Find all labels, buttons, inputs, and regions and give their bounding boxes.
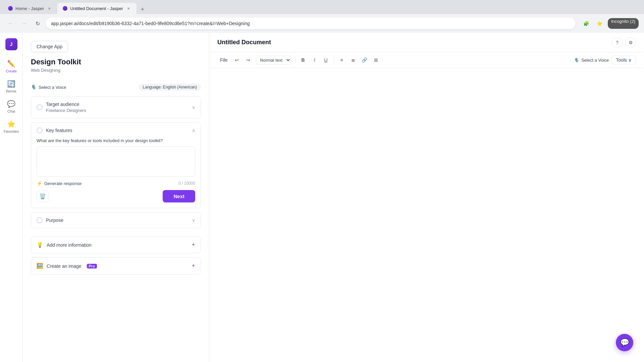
change-app-button[interactable]: Change App [31, 41, 68, 52]
toolbar-separator-1 [295, 57, 296, 63]
sidebar-item-create[interactable]: ✏️ Create [1, 57, 21, 76]
left-panel: Change App Design Toolkit Web Designing … [23, 33, 209, 362]
char-count: 0 / 10000 [178, 181, 195, 186]
key-features-question: What are the key features or tools inclu… [37, 138, 195, 143]
add-info-icon: 💡 [37, 242, 43, 248]
sidebar-item-remix[interactable]: 🔄 Remix [1, 77, 21, 96]
sidebar-item-favorites[interactable]: ⭐ Favorites [1, 117, 21, 136]
select-voice-button[interactable]: 🎙️ Select a Voice [31, 84, 66, 90]
document-title: Untitled Document [217, 39, 609, 46]
toolkit-subtitle: Web Designing [31, 68, 201, 73]
tab-bar: Home - Jasper ✕ Untitled Document - Jasp… [0, 0, 644, 14]
address-bar[interactable] [46, 17, 576, 29]
new-tab-button[interactable]: + [138, 5, 147, 14]
italic-button[interactable]: I [310, 55, 320, 65]
purpose-header-left: Purpose [37, 217, 63, 223]
sidebar-item-label-create: Create [6, 69, 17, 73]
target-audience-circle [37, 104, 43, 110]
target-audience-chevron: ∨ [192, 105, 195, 110]
app-container: J ✏️ Create 🔄 Remix 💬 Chat ⭐ Favorites C… [0, 33, 644, 362]
sidebar-item-label-remix: Remix [6, 89, 16, 93]
purpose-accordion: Purpose ∨ [31, 212, 201, 228]
accordion-header-left: Target audience Freelance Designers [37, 101, 86, 113]
bold-button[interactable]: B [298, 55, 308, 65]
language-badge[interactable]: Language: English (American) [139, 83, 201, 91]
sidebar-item-label-favorites: Favorites [4, 129, 19, 133]
undo-button[interactable]: ↩ [232, 55, 242, 65]
numbered-list-button[interactable]: ≣ [348, 55, 358, 65]
bookmark-icon[interactable]: ⭐ [594, 18, 605, 29]
form-area: 🎙️ Select a Voice Language: English (Ame… [23, 78, 209, 284]
sidebar-item-chat[interactable]: 💬 Chat [1, 97, 21, 116]
purpose-header[interactable]: Purpose ∨ [31, 213, 201, 228]
add-info-plus-icon: + [192, 241, 195, 248]
tab-home[interactable]: Home - Jasper ✕ [3, 3, 57, 14]
redo-button[interactable]: ↪ [243, 55, 253, 65]
key-features-accordion: Key features ∧ What are the key features… [31, 122, 201, 208]
file-menu-button[interactable]: File [217, 56, 230, 64]
create-image-left: 🖼️ Create an image Pro [37, 263, 97, 269]
chat-fab-button[interactable]: 💬 [616, 334, 633, 351]
chat-fab-icon: 💬 [620, 338, 629, 347]
add-info-left: 💡 Add more information [37, 242, 92, 248]
incognito-badge: Incognito (2) [608, 18, 639, 29]
nav-bar: ← → ↻ 🧩 ⭐ Incognito (2) [0, 14, 644, 33]
help-icon[interactable]: ? [612, 37, 623, 48]
sidebar-item-label-chat: Chat [7, 109, 15, 113]
editor-header: Untitled Document ? ⚙ [209, 33, 644, 52]
key-features-body: What are the key features or tools inclu… [31, 138, 201, 208]
nav-icons: 🧩 ⭐ Incognito (2) [581, 18, 639, 29]
tab-doc-label: Untitled Document - Jasper [70, 6, 123, 11]
tools-chevron-icon: ∨ [628, 57, 632, 63]
text-format-select[interactable]: Normal text [256, 56, 291, 65]
key-features-textarea[interactable] [37, 146, 195, 177]
bullet-list-button[interactable]: ≡ [337, 55, 347, 65]
tab-home-label: Home - Jasper [15, 6, 44, 11]
purpose-chevron: ∨ [192, 218, 195, 223]
tab-close-home[interactable]: ✕ [47, 6, 52, 11]
editor-select-voice-button[interactable]: 🎙️ Select a Voice [574, 58, 609, 63]
create-image-section[interactable]: 🖼️ Create an image Pro + [31, 257, 201, 275]
extensions-icon[interactable]: 🧩 [581, 18, 592, 29]
purpose-circle [37, 217, 43, 223]
add-more-information-text: Add more information [47, 242, 92, 248]
target-audience-header[interactable]: Target audience Freelance Designers ∨ [31, 97, 201, 118]
chat-icon: 💬 [7, 100, 15, 108]
generate-icon: ⚡ [37, 181, 42, 186]
image-insert-button[interactable]: ⊞ [371, 55, 381, 65]
editor-toolbar: File ↩ ↪ Normal text B I U ≡ ≣ 🔗 ⊞ 🎙️ Se… [209, 52, 644, 68]
generate-response-button[interactable]: ⚡ Generate response [37, 181, 82, 186]
trash-button[interactable]: 🗑️ [37, 190, 49, 202]
remix-icon: 🔄 [7, 80, 15, 88]
button-row: 🗑️ Next [37, 190, 195, 202]
target-audience-accordion: Target audience Freelance Designers ∨ [31, 96, 201, 118]
next-button[interactable]: Next [163, 190, 195, 202]
left-panel-header: Change App Design Toolkit Web Designing [23, 33, 209, 78]
right-panel: Untitled Document ? ⚙ File ↩ ↪ Normal te… [209, 33, 644, 362]
create-image-icon: 🖼️ [37, 263, 43, 269]
refresh-button[interactable]: ↻ [32, 18, 43, 29]
favorites-icon: ⭐ [7, 120, 15, 128]
voice-language-row: 🎙️ Select a Voice Language: English (Ame… [31, 83, 201, 91]
editor-right-tools: 🎙️ Select a Voice Tools ∨ [574, 56, 636, 64]
underline-button[interactable]: U [321, 55, 331, 65]
editor-body[interactable] [209, 68, 644, 362]
field-footer: ⚡ Generate response 0 / 10000 [37, 181, 195, 186]
tab-favicon-doc [63, 6, 67, 11]
forward-button[interactable]: → [19, 18, 30, 29]
toolbar-separator-2 [334, 57, 334, 63]
tab-close-doc[interactable]: ✕ [126, 6, 131, 11]
settings-icon[interactable]: ⚙ [625, 37, 636, 48]
key-features-header-left: Key features [37, 127, 72, 133]
jasper-logo: J [5, 38, 17, 50]
create-icon: ✏️ [7, 60, 15, 68]
tab-favicon-home [8, 6, 13, 11]
voice-icon: 🎙️ [31, 84, 37, 90]
tab-doc[interactable]: Untitled Document - Jasper ✕ [57, 3, 137, 14]
add-more-information-section[interactable]: 💡 Add more information + [31, 236, 201, 253]
tools-button[interactable]: Tools ∨ [611, 56, 636, 64]
link-button[interactable]: 🔗 [360, 55, 370, 65]
back-button[interactable]: ← [5, 18, 16, 29]
key-features-chevron: ∧ [192, 128, 195, 133]
key-features-header[interactable]: Key features ∧ [31, 123, 201, 138]
